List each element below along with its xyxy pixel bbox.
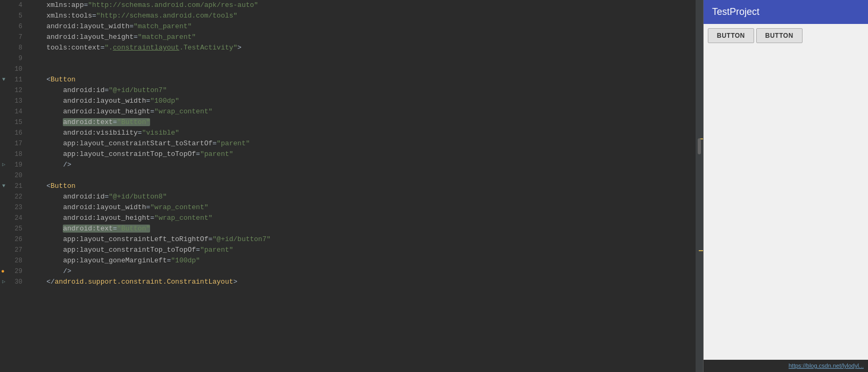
fold-icon-30[interactable]: ▷ [2, 277, 5, 287]
line-10: 10 [0, 64, 28, 75]
code-line-27: app:layout_constraintTop_toTopOf="parent… [28, 245, 696, 255]
code-line-15: android:text="Button" [28, 117, 696, 128]
code-line-8: tools:context=".constraintlayout.TestAct… [28, 43, 696, 53]
line-4: 4 [0, 0, 28, 11]
preview-button-2[interactable]: BUTTON [756, 28, 803, 43]
line-11: ▼ 11 [0, 75, 28, 85]
line-9: 9 [0, 53, 28, 64]
code-line-30: </android.support.constraint.ConstraintL… [28, 277, 696, 287]
line-29: ● 29 [0, 266, 28, 277]
scrollbar-marker-2 [699, 250, 703, 251]
code-line-19: /> [28, 160, 696, 170]
line-5: 5 [0, 11, 28, 21]
preview-footer-url[interactable]: https://blog.csdn.net/lylodyl... [789, 362, 864, 369]
line-16: 16 [0, 128, 28, 138]
fold-icon-21[interactable]: ▼ [2, 181, 5, 192]
line-12: 12 [0, 85, 28, 96]
fold-icon-19[interactable]: ▷ [2, 160, 5, 170]
code-line-6: android:layout_width="match_parent" [28, 21, 696, 32]
line-18: 18 [0, 149, 28, 160]
line-19: ▷ 19 [0, 160, 28, 170]
code-line-7: android:layout_height="match_parent" [28, 32, 696, 43]
code-line-13: android:layout_width="100dp" [28, 96, 696, 106]
line-22: 22 [0, 192, 28, 202]
line-21: ▼ 21 [0, 181, 28, 192]
code-line-28: app:layout_goneMarginLeft="100dp" [28, 255, 696, 266]
code-content[interactable]: xmlns:app="http://schemas.android.com/ap… [28, 0, 696, 372]
line-25: 25 [0, 224, 28, 234]
code-line-16: android:visibility="visible" [28, 128, 696, 138]
line-27: 27 [0, 245, 28, 255]
line-17: 17 [0, 138, 28, 149]
code-line-20 [28, 170, 696, 181]
code-line-5: xmlns:tools="http://schemas.android.com/… [28, 11, 696, 21]
code-line-11: <Button [28, 75, 696, 85]
line-14: 14 [0, 106, 28, 117]
preview-footer: https://blog.csdn.net/lylodyl... [704, 360, 868, 372]
scrollbar-thumb[interactable] [698, 138, 701, 154]
line-20: 20 [0, 170, 28, 181]
code-line-25: android:text="Button" [28, 224, 696, 234]
fold-icon-11[interactable]: ▼ [2, 75, 5, 85]
code-line-24: android:layout_height="wrap_content" [28, 213, 696, 224]
line-6: 6 [0, 21, 28, 32]
line-24: 24 [0, 213, 28, 224]
code-line-18: app:layout_constraintTop_toTopOf="parent… [28, 149, 696, 160]
line-28: 28 [0, 255, 28, 266]
warning-icon-29: ● [1, 266, 5, 277]
line-8: 8 [0, 43, 28, 53]
code-line-29: /> [28, 266, 696, 277]
device-preview: TestProject BUTTON BUTTON [704, 0, 868, 360]
line-13: 13 [0, 96, 28, 106]
code-line-14: android:layout_height="wrap_content" [28, 106, 696, 117]
code-line-22: android:id="@+id/button8" [28, 192, 696, 202]
editor-scrollbar[interactable] [696, 0, 703, 372]
code-line-10 [28, 64, 696, 75]
code-line-23: android:layout_width="wrap_content" [28, 202, 696, 213]
code-line-12: android:id="@+id/button7" [28, 85, 696, 96]
line-26: 26 [0, 234, 28, 245]
line-15: 15 [0, 117, 28, 128]
line-numbers: 4 5 6 7 8 9 10 ▼ 11 12 13 14 15 16 17 18… [0, 0, 28, 372]
line-7: 7 [0, 32, 28, 43]
code-line-17: app:layout_constraintStart_toStartOf="pa… [28, 138, 696, 149]
editor-area: 4 5 6 7 8 9 10 ▼ 11 12 13 14 15 16 17 18… [0, 0, 703, 372]
preview-panel: TestProject BUTTON BUTTON https://blog.c… [703, 0, 868, 372]
line-30: ▷ 30 [0, 277, 28, 287]
code-line-21: <Button [28, 181, 696, 192]
preview-button-1[interactable]: BUTTON [708, 28, 754, 43]
app-title: TestProject [712, 6, 759, 17]
device-toolbar: TestProject [704, 0, 868, 24]
line-23: 23 [0, 202, 28, 213]
code-line-4: xmlns:app="http://schemas.android.com/ap… [28, 0, 696, 11]
code-line-9 [28, 53, 696, 64]
device-content: BUTTON BUTTON [704, 24, 868, 360]
code-line-26: app:layout_constraintLeft_toRightOf="@+i… [28, 234, 696, 245]
